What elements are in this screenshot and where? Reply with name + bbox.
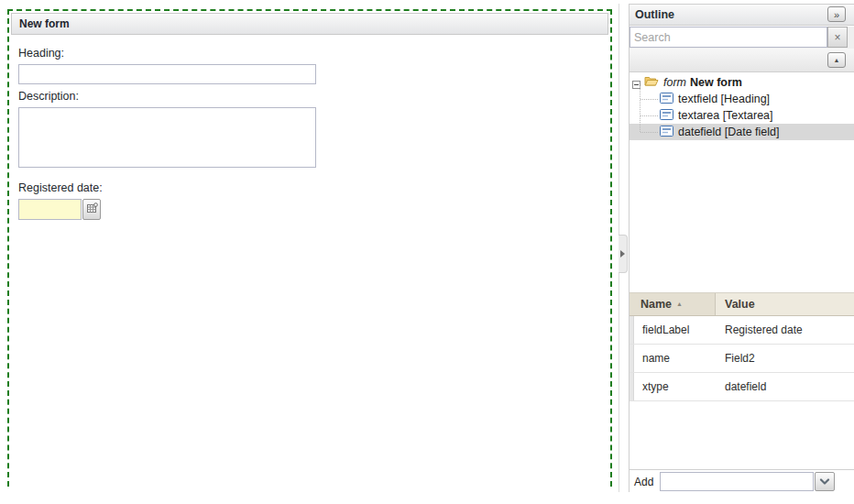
form-field-icon <box>660 126 673 139</box>
date-picker-trigger-button[interactable] <box>82 199 101 220</box>
heading-field-label: Heading: <box>18 47 601 60</box>
close-icon: × <box>834 31 840 44</box>
add-label: Add <box>634 476 653 488</box>
add-combo-input[interactable] <box>660 472 814 491</box>
form-panel-header[interactable]: New form <box>11 13 608 35</box>
description-field-label: Description: <box>18 90 601 103</box>
panel-splitter[interactable] <box>616 4 629 492</box>
tree-node-form-root[interactable]: form New form <box>630 74 854 91</box>
tree-node-label: datefield [Date field] <box>678 126 780 138</box>
calendar-icon <box>86 203 98 217</box>
sort-asc-icon: ▲ <box>676 301 683 307</box>
column-header-value[interactable]: Value <box>716 293 854 315</box>
form-selection-outline: New form Heading: Description: Registere… <box>7 9 612 487</box>
add-combo-trigger-button[interactable] <box>815 472 835 491</box>
form-panel-body: Heading: Description: Registered date: <box>11 35 608 227</box>
tree-node-textfield[interactable]: textfield [Heading] <box>630 91 854 107</box>
add-field-combo <box>660 472 835 491</box>
description-textarea[interactable] <box>18 107 316 168</box>
property-grid-header: Name▲ Value <box>630 292 854 316</box>
collapse-panel-button[interactable]: » <box>827 6 846 22</box>
property-row-name[interactable]: name Field2 <box>630 345 854 373</box>
property-row-fieldlabel[interactable]: fieldLabel Registered date <box>630 316 854 345</box>
collapse-all-button[interactable]: ▲ <box>827 52 846 68</box>
search-row: × <box>630 27 854 49</box>
double-chevron-right-icon: » <box>834 9 839 20</box>
outline-panel-title: Outline <box>635 8 674 21</box>
column-header-name[interactable]: Name▲ <box>630 293 716 315</box>
property-value-cell[interactable]: Registered date <box>716 323 854 336</box>
folder-open-icon <box>644 75 659 90</box>
tree-node-datefield[interactable]: datefield [Date field] <box>630 124 854 140</box>
form-field-icon <box>660 93 673 106</box>
form-designer-app: New form Heading: Description: Registere… <box>0 0 854 504</box>
add-bar: Add <box>630 469 854 493</box>
property-name-cell[interactable]: name <box>630 352 716 365</box>
outline-tree: form New form textfield [Heading] <box>630 74 854 140</box>
property-grid: Name▲ Value fieldLabel Registered date n… <box>630 292 854 401</box>
collapse-arrow-icon <box>620 250 625 257</box>
collapse-east-panel-handle[interactable] <box>619 235 628 273</box>
form-panel[interactable]: New form Heading: Description: Registere… <box>11 13 608 227</box>
property-name-cell[interactable]: fieldLabel <box>630 323 716 336</box>
tree-node-label: textfield [Heading] <box>678 93 770 105</box>
registered-date-field-label: Registered date: <box>18 181 601 194</box>
search-input[interactable] <box>630 27 827 48</box>
tree-node-textarea[interactable]: textarea [Textarea] <box>630 107 854 124</box>
property-name-cell[interactable]: xtype <box>630 380 716 393</box>
outline-panel: Outline » × ▲ <box>629 4 854 492</box>
property-value-cell[interactable]: datefield <box>716 380 854 393</box>
form-field-icon <box>660 109 673 123</box>
collapse-all-icon: ▲ <box>834 57 840 63</box>
registered-date-input[interactable] <box>18 199 82 220</box>
tree-children: textfield [Heading] textarea [Textarea] <box>630 91 854 140</box>
outline-panel-header: Outline » <box>630 5 854 26</box>
heading-input[interactable] <box>18 64 316 84</box>
clear-search-button[interactable]: × <box>827 27 848 48</box>
tree-toolbar: ▲ <box>630 49 854 72</box>
tree-root-type-label: form <box>663 76 686 89</box>
date-field <box>18 199 601 220</box>
tree-root-name-label: New form <box>690 76 742 89</box>
tree-node-label: textarea [Textarea] <box>678 109 773 122</box>
property-value-cell[interactable]: Field2 <box>716 352 854 365</box>
chevron-down-icon <box>819 475 830 488</box>
property-row-xtype[interactable]: xtype datefield <box>630 373 854 401</box>
